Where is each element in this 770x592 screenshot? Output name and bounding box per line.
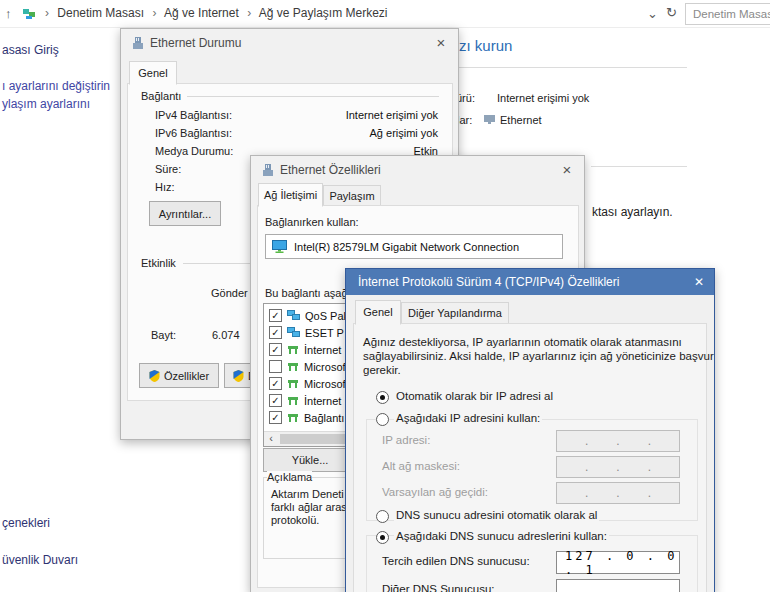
radio-auto-ip[interactable] — [376, 391, 389, 404]
breadcrumb-item-control-panel[interactable]: Denetim Masası — [57, 6, 144, 20]
octet-dot: . — [616, 460, 619, 474]
tab-alternate-configuration[interactable]: Diğer Yapılandırma — [401, 302, 509, 325]
ipv6-connectivity-label: IPv6 Bağlantısı: — [155, 127, 232, 139]
ipv4-properties-dialog: İnternet Protokolü Sürüm 4 (TCP/IPv4) Öz… — [345, 268, 715, 592]
search-input[interactable]: Denetim Masasında — [685, 3, 770, 25]
list-item-label: Bağlantı — [304, 412, 344, 424]
checkbox[interactable] — [269, 360, 282, 373]
page-title-fragment: zı kurun — [459, 37, 512, 54]
radio-auto-ip-label[interactable]: Otomatik olarak bir IP adresi al — [394, 390, 555, 402]
list-item-label: Microsof — [304, 361, 346, 373]
tab-general[interactable]: Genel — [129, 61, 177, 85]
radio-manual-dns[interactable] — [376, 531, 389, 544]
default-gateway-field[interactable]: ... — [556, 482, 680, 504]
preferred-dns-label: Tercih edilen DNS sunucusu: — [382, 555, 530, 567]
radio-manual-ip-label[interactable]: Aşağıdaki IP adresini kullan: — [394, 412, 542, 424]
checkbox[interactable]: ✓ — [269, 411, 282, 424]
octet-dot: . — [616, 584, 619, 592]
connections-label: lar: — [457, 114, 472, 126]
alternate-dns-field[interactable]: ... — [556, 579, 680, 592]
subnet-mask-field[interactable]: ... — [556, 456, 680, 478]
ipv4-connectivity-value: Internet erişimi yok — [346, 109, 438, 121]
refresh-icon[interactable]: ↻ — [666, 5, 677, 20]
network-blue-icon — [287, 310, 300, 321]
ip-address-label: IP adresi: — [382, 434, 430, 446]
properties-button[interactable]: Özellikler — [139, 363, 219, 388]
breadcrumb-item-network-internet[interactable]: Ağ ve Internet — [164, 6, 239, 20]
checkbox[interactable]: ✓ — [269, 394, 282, 407]
breadcrumb-chevron-icon: › — [242, 6, 256, 20]
install-button[interactable]: Yükle... — [263, 448, 357, 472]
radio-auto-dns[interactable] — [376, 510, 389, 523]
radio-manual-dns-label[interactable]: Aşağıdaki DNS sunucu adreslerini kullan: — [394, 530, 609, 542]
bytes-sent-value: 6.074 — [212, 329, 240, 341]
checkbox[interactable]: ✓ — [269, 326, 282, 339]
details-button[interactable]: Ayrıntılar... — [149, 201, 221, 226]
protocol-green-icon — [287, 362, 299, 372]
ethernet-icon — [483, 114, 496, 125]
list-item-label: İnternet — [304, 344, 341, 356]
network-adapter-icon — [272, 240, 288, 253]
sidebar-item-home[interactable]: asası Giriş — [2, 43, 59, 57]
sidebar-item-change-adapter-settings[interactable]: ı ayarlarını değiştirin — [2, 79, 110, 93]
radio-auto-dns-label[interactable]: DNS sunucu adresini otomatik olarak al — [394, 509, 599, 521]
breadcrumb-item-network-sharing[interactable]: Ağ ve Paylaşım Merkezi — [259, 6, 388, 20]
uac-shield-icon — [149, 370, 160, 382]
description-line: protokolü. — [271, 514, 319, 526]
close-icon[interactable]: × — [433, 35, 449, 50]
tab-general[interactable]: Genel — [355, 300, 401, 325]
octet-dot: . — [616, 434, 619, 448]
octet-dot: . — [648, 486, 651, 500]
duration-label: Süre: — [155, 163, 181, 175]
sidebar-item-advanced-sharing[interactable]: ylaşım ayarlarını — [2, 97, 90, 111]
network-sharing-center-screen: ↑ › Denetim Masası › Ağ ve Internet › Ağ… — [0, 0, 770, 592]
checkbox[interactable]: ✓ — [269, 377, 282, 390]
sidebar-item-firewall[interactable]: üvenlik Duvarı — [2, 553, 78, 567]
breadcrumb-chevron-icon: › — [147, 6, 161, 20]
description-line: Aktarım Deneti — [271, 488, 344, 500]
octet-dot: . — [585, 486, 588, 500]
close-icon[interactable]: × — [559, 162, 575, 177]
intro-line: Ağınız destekliyorsa, IP ayarlarının oto… — [363, 335, 715, 349]
list-item-label: İnternet — [304, 395, 341, 407]
adapter-name: Intel(R) 82579LM Gigabit Network Connect… — [294, 241, 519, 253]
connection-group-label: Bağlantı — [141, 90, 181, 102]
radio-manual-ip[interactable] — [376, 413, 389, 426]
protocol-green-icon — [287, 379, 299, 389]
intro-line: sağlayabilirsiniz. Aksi halde, IP ayarla… — [363, 349, 715, 363]
tab-networking[interactable]: Ağ İletişimi — [258, 183, 323, 207]
list-item-label: Microsof — [304, 378, 346, 390]
protocol-green-icon — [287, 413, 299, 423]
octet-dot: . — [648, 434, 651, 448]
ethernet-connection-link[interactable]: Ethernet — [500, 114, 542, 126]
subnet-mask-label: Alt ağ maskesi: — [382, 460, 460, 472]
sidebar-item-internet-options[interactable]: çenekleri — [2, 516, 50, 530]
content-divider — [455, 67, 687, 68]
description-group-label: Açıklama — [267, 471, 312, 483]
intro-text: Ağınız destekliyorsa, IP ayarlarının oto… — [363, 335, 715, 377]
ethernet-plug-icon — [131, 36, 144, 51]
dialog-title: Ethernet Özellikleri — [280, 163, 381, 177]
intro-line: gerekir. — [363, 363, 715, 377]
list-item-label: QoS Pak — [305, 310, 349, 322]
address-dropdown-icon[interactable]: ⌄ — [647, 6, 658, 21]
list-item-label: ESET P — [305, 327, 344, 339]
breadcrumb-chevron-icon: › — [40, 6, 54, 20]
close-icon[interactable]: ✕ — [694, 275, 704, 289]
ipv6-connectivity-value: Ağ erişimi yok — [370, 127, 438, 139]
dialog-title: Ethernet Durumu — [150, 36, 241, 50]
uac-shield-icon — [233, 370, 244, 382]
checkbox[interactable]: ✓ — [269, 309, 282, 322]
preferred-dns-field[interactable]: 127 . 0 . 0 . 1 — [556, 551, 680, 574]
tab-sharing[interactable]: Paylaşım — [323, 185, 381, 207]
media-state-label: Medya Durumu: — [155, 145, 233, 157]
ip-address-field[interactable]: ... — [556, 430, 680, 452]
group-divider — [187, 96, 439, 97]
connect-using-label: Bağlanırken kullan: — [265, 216, 359, 228]
scroll-left-icon[interactable]: ‹ — [264, 432, 278, 446]
activity-group-label: Etkinlik — [141, 257, 176, 269]
checkbox[interactable]: ✓ — [269, 343, 282, 356]
sent-column-label: Gönder — [211, 287, 248, 299]
nav-up-icon[interactable]: ↑ — [5, 6, 12, 21]
dialog-titlebar: İnternet Protokolü Sürüm 4 (TCP/IPv4) Öz… — [346, 269, 714, 295]
